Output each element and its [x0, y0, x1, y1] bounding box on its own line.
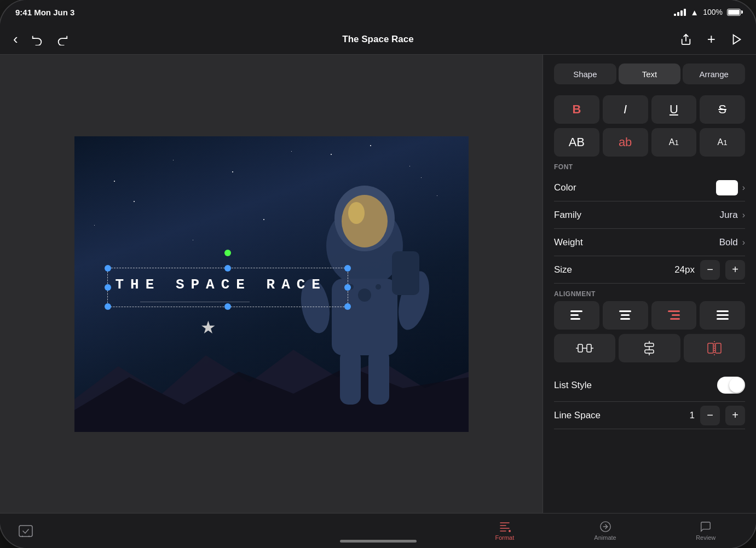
- font-section-label: FONT: [554, 163, 745, 171]
- svg-point-15: [358, 289, 371, 302]
- panel-tabs: Shape Text Arrange: [543, 55, 756, 89]
- svg-rect-36: [645, 350, 654, 353]
- handle-mid-left[interactable]: [105, 284, 111, 291]
- battery-icon: [727, 9, 741, 16]
- tab-format[interactable]: Format: [454, 521, 555, 541]
- tab-shape[interactable]: Shape: [554, 64, 616, 84]
- back-button[interactable]: ‹: [11, 28, 20, 50]
- distribute-horizontal-button[interactable]: [554, 334, 615, 362]
- decorative-line: [140, 302, 250, 302]
- handle-bottom-center[interactable]: [224, 303, 231, 310]
- play-button[interactable]: [729, 31, 745, 48]
- format-tab-label: Format: [495, 534, 514, 541]
- signal-icon: [674, 9, 686, 16]
- add-button[interactable]: +: [705, 28, 718, 50]
- weight-value-text: Bold: [719, 237, 738, 248]
- tab-animate[interactable]: Animate: [555, 521, 656, 541]
- review-tab-label: Review: [696, 534, 715, 541]
- align-left-button[interactable]: [554, 301, 599, 330]
- handle-top-right[interactable]: [344, 265, 351, 272]
- uppercase-button[interactable]: AB: [554, 128, 599, 157]
- size-control: 24px − +: [673, 260, 745, 280]
- size-decrease-button[interactable]: −: [700, 260, 720, 280]
- line-space-value: 1: [673, 410, 695, 421]
- color-row[interactable]: Color ›: [554, 174, 745, 201]
- format-section: B I U S AB: [543, 89, 756, 436]
- distribute-center-button[interactable]: [684, 334, 745, 362]
- canvas-area[interactable]: THE SPACE RACE ★: [0, 55, 543, 513]
- lowercase-button[interactable]: ab: [603, 128, 648, 157]
- review-icon: [699, 521, 712, 533]
- svg-rect-43: [19, 526, 32, 537]
- redo-button[interactable]: [54, 31, 71, 48]
- color-swatch[interactable]: [716, 180, 738, 195]
- wifi-icon: ▲: [690, 8, 699, 17]
- line-space-decrease-button[interactable]: −: [700, 406, 720, 425]
- svg-rect-23: [620, 318, 630, 320]
- family-value-text: Jura: [720, 210, 738, 221]
- list-style-row: List Style: [554, 369, 745, 402]
- line-space-label: Line Space: [554, 410, 601, 421]
- tab-arrange[interactable]: Arrange: [683, 64, 745, 84]
- handle-top-center[interactable]: [224, 265, 231, 272]
- undo-button[interactable]: [29, 31, 45, 48]
- toolbar: ‹ The Space Race: [0, 24, 756, 55]
- strikethrough-button[interactable]: S: [700, 95, 745, 124]
- family-label: Family: [554, 210, 581, 221]
- color-chevron-icon: ›: [742, 183, 745, 193]
- color-label: Color: [554, 182, 576, 193]
- svg-rect-13: [340, 350, 361, 405]
- star-decoration: ★: [200, 317, 216, 338]
- family-value[interactable]: Jura ›: [720, 210, 745, 221]
- status-right: ▲ 100%: [674, 8, 741, 17]
- text-style-row-1: B I U S: [554, 95, 745, 124]
- bottom-tab-right: Format Animate Review: [454, 521, 756, 541]
- handle-bottom-right[interactable]: [344, 303, 351, 310]
- svg-rect-35: [645, 343, 654, 347]
- line-space-increase-button[interactable]: +: [725, 406, 745, 425]
- bold-button[interactable]: B: [554, 95, 599, 124]
- weight-row[interactable]: Weight Bold ›: [554, 229, 745, 256]
- size-row: Size 24px − +: [554, 256, 745, 284]
- italic-button[interactable]: I: [603, 95, 648, 124]
- align-justify-button[interactable]: [700, 301, 745, 330]
- subscript-button[interactable]: A1: [651, 128, 697, 157]
- align-center-button[interactable]: [603, 301, 648, 330]
- svg-rect-28: [717, 314, 729, 316]
- handle-top-left[interactable]: [105, 265, 111, 272]
- distribute-vertical-button[interactable]: [619, 334, 680, 362]
- canvas-action-button[interactable]: [16, 523, 35, 539]
- device-frame: 9:41 Mon Jun 3 ▲ 100% ‹: [0, 0, 756, 548]
- svg-rect-31: [587, 344, 591, 352]
- svg-rect-40: [708, 343, 713, 353]
- family-row[interactable]: Family Jura ›: [554, 201, 745, 229]
- list-style-toggle[interactable]: [717, 377, 745, 394]
- underline-button[interactable]: U: [651, 95, 697, 124]
- share-button[interactable]: [678, 31, 694, 48]
- svg-rect-14: [368, 350, 389, 405]
- animate-icon: [599, 521, 612, 533]
- size-increase-button[interactable]: +: [725, 260, 745, 280]
- svg-rect-25: [672, 314, 680, 316]
- superscript-button[interactable]: A1: [700, 128, 745, 157]
- handle-rotate[interactable]: [224, 250, 231, 256]
- handle-bottom-left[interactable]: [105, 303, 111, 310]
- svg-rect-30: [578, 344, 582, 352]
- right-panel: Shape Text Arrange B I U: [543, 55, 756, 513]
- slide-title: THE SPACE RACE: [116, 276, 327, 293]
- svg-rect-41: [715, 343, 721, 353]
- battery-pct: 100%: [703, 8, 723, 16]
- status-bar: 9:41 Mon Jun 3 ▲ 100%: [0, 0, 756, 24]
- canvas-bottom: [0, 523, 454, 539]
- list-style-label: List Style: [554, 380, 592, 391]
- main-content: THE SPACE RACE ★ Shape Text Arrange: [0, 55, 756, 513]
- handle-mid-right[interactable]: [344, 284, 351, 291]
- align-right-button[interactable]: [651, 301, 697, 330]
- weight-value[interactable]: Bold ›: [719, 237, 745, 248]
- tab-review[interactable]: Review: [655, 521, 756, 541]
- svg-rect-27: [717, 310, 729, 312]
- tab-text[interactable]: Text: [619, 64, 681, 84]
- color-value[interactable]: ›: [716, 180, 745, 195]
- home-indicator: [340, 540, 417, 543]
- document-title: The Space Race: [342, 34, 413, 44]
